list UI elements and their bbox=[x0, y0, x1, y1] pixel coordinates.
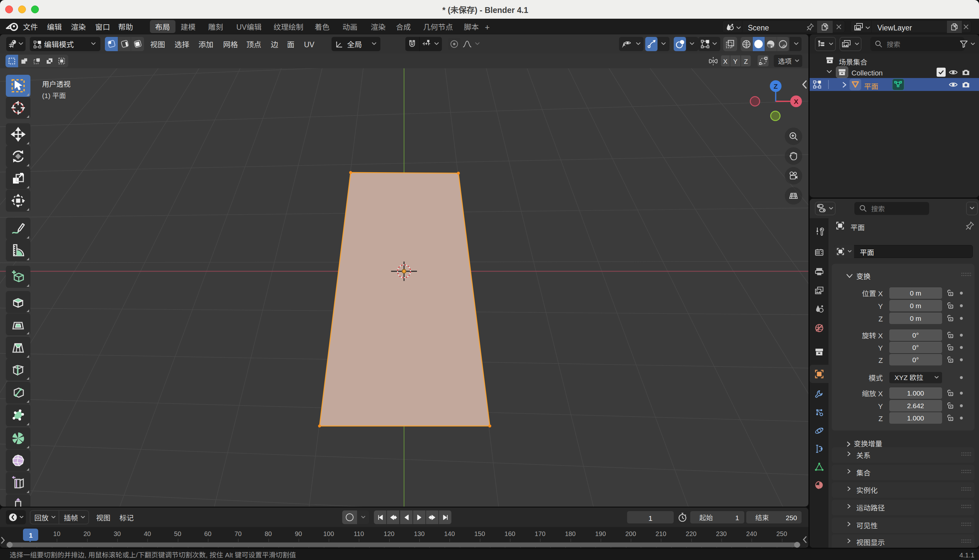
svg-text:Z: Z bbox=[774, 83, 778, 90]
svg-text:X: X bbox=[794, 98, 798, 105]
